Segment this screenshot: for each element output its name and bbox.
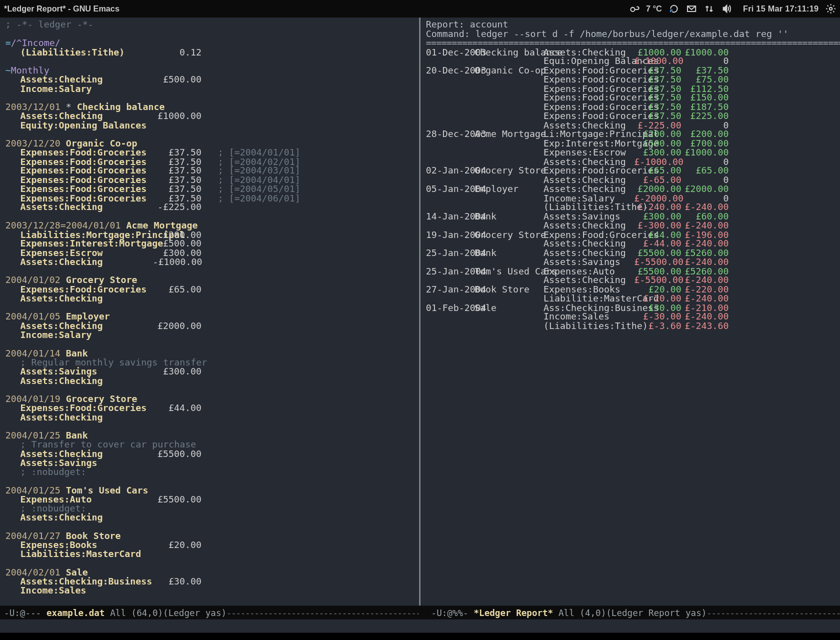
report-row: 14-Jan-2004BankAssets:Savings£300.00£60.…	[426, 212, 835, 221]
major-mode: (Ledger Report yas)	[606, 608, 706, 618]
major-mode: (Ledger yas)	[163, 608, 226, 618]
system-tray: 7 °C Fri 15 Mar 17:11:19	[628, 4, 836, 14]
report-row: 19-Jan-2004Grocery StoreExpens:Food:Groc…	[426, 230, 835, 239]
report-row: (Liabilities:Tithe)£-3.60£-243.60	[426, 322, 835, 330]
source-line	[6, 595, 414, 604]
mode-lines: -U:@--- example.dat All (64,0) (Ledger y…	[0, 606, 840, 619]
clock: Fri 15 Mar 17:11:19	[743, 4, 818, 14]
ledger-report-pane[interactable]: Report: accountCommand: ledger --sort d …	[420, 18, 840, 606]
report-row: Expenses:Escrow£300.00£1000.00	[426, 148, 835, 157]
mode-line-right[interactable]: -U:@%%- *Ledger Report* All (4,0) (Ledge…	[427, 606, 840, 619]
weather-icon	[628, 4, 640, 14]
buffer-name: example.dat	[46, 608, 104, 618]
buffer-position: All (64,0)	[110, 608, 163, 618]
source-line: (Liabilities:Tithe)0.12	[6, 48, 414, 56]
source-line: ; :nobudget:	[6, 468, 414, 476]
svg-point-2	[830, 8, 832, 10]
weather-temp: 7 °C	[646, 4, 662, 14]
report-row: 01-Feb-2004SaleAss:Checking:Business£30.…	[426, 303, 835, 312]
network-icon[interactable]	[704, 4, 715, 14]
report-row: 05-Jan-2004EmployerAssets:Checking£2000.…	[426, 184, 835, 194]
buffer-name: *Ledger Report*	[474, 608, 553, 618]
source-line: Liabilities:MasterCard	[6, 550, 414, 558]
minibuffer[interactable]	[0, 619, 840, 632]
source-line	[6, 57, 414, 66]
source-line: Income:Salary	[6, 330, 414, 340]
source-line: Assets:Checking	[6, 513, 414, 522]
source-line	[6, 30, 414, 38]
report-row: 25-Jan-2004Tom's Used CarsExpenses:Auto£…	[426, 266, 835, 276]
source-line: Assets:Checking-£1000.00	[6, 258, 414, 266]
source-line: Assets:Checking	[6, 376, 414, 385]
report-row: Exp:Interest:Mortgage£500.00£700.00	[426, 139, 835, 148]
mail-icon[interactable]	[686, 4, 697, 14]
buffer-position: All (4,0)	[558, 608, 606, 618]
modeline-state: -U:@%%-	[432, 608, 468, 618]
source-line: Equity:Opening Balances	[6, 120, 414, 130]
source-line: Assets:Checking	[6, 294, 414, 303]
report-row: 25-Jan-2004BankAssets:Checking£5500.00£5…	[426, 248, 835, 258]
ledger-source-pane[interactable]: ; -*- ledger -*- = /^Income/(Liabilities…	[0, 18, 419, 606]
modeline-fill: ----------------------------------------…	[226, 608, 419, 618]
source-line: Assets:Checking	[6, 412, 414, 422]
emacs-frame: ; -*- ledger -*- = /^Income/(Liabilities…	[0, 18, 840, 606]
source-line: Income:Salary	[6, 84, 414, 93]
refresh-icon[interactable]	[668, 4, 680, 14]
window-title: *Ledger Report* - GNU Emacs	[4, 4, 120, 14]
settings-icon[interactable]	[826, 4, 836, 14]
desktop-panel: *Ledger Report* - GNU Emacs 7 °C Fri 15 …	[0, 0, 840, 18]
source-line: ; -*- ledger -*-	[6, 20, 414, 30]
source-line: Income:Sales	[6, 586, 414, 595]
report-row: Expens:Food:Groceries£37.50£225.00	[426, 112, 835, 120]
report-row: 02-Jan-2004Grocery StoreExpens:Food:Groc…	[426, 166, 835, 176]
source-line: Assets:Checking-£225.00	[6, 203, 414, 212]
modeline-state: -U:@---	[4, 608, 41, 618]
modeline-fill: ----------------------------------------…	[706, 608, 840, 618]
svg-point-0	[630, 8, 634, 12]
volume-icon[interactable]	[722, 4, 732, 14]
mode-line-left[interactable]: -U:@--- example.dat All (64,0) (Ledger y…	[0, 606, 419, 619]
